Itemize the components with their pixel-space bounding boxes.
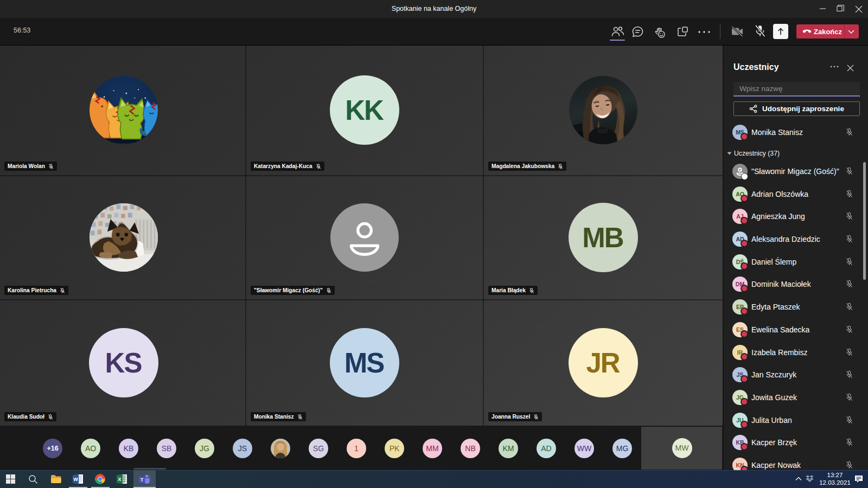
svg-text:T: T — [141, 477, 144, 483]
svg-text:W: W — [73, 477, 78, 482]
svg-text:X: X — [118, 477, 121, 482]
